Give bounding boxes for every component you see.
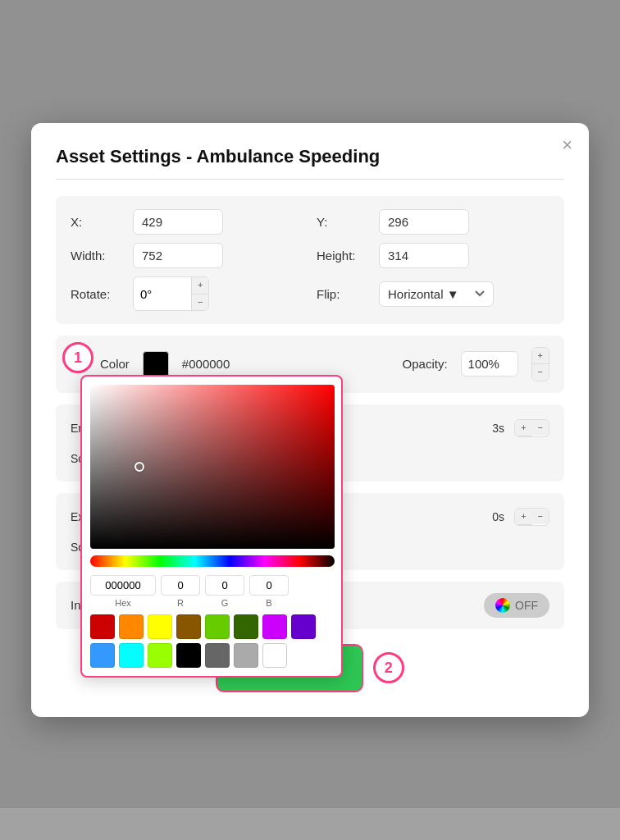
b-input[interactable] [249,575,289,596]
invert-toggle-label: OFF [515,599,538,612]
opacity-label: Opacity: [403,357,448,371]
x-input[interactable] [133,209,223,235]
invert-toggle[interactable]: OFF [484,593,549,618]
swatches-row-1 [90,614,333,639]
rotate-label: Rotate: [71,287,120,301]
color-picker-popup: Hex R G B [80,375,343,678]
swatch-dark-gray[interactable] [205,643,230,668]
g-input[interactable] [205,575,244,596]
swatch-yellow[interactable] [148,614,172,639]
swatch-black[interactable] [176,643,201,668]
rotate-decrement-button[interactable]: − [192,294,208,310]
r-label: R [177,598,184,608]
enter-duration-value: 3s [492,422,504,435]
exit-duration-value: 0s [492,510,504,523]
swatch-cyan[interactable] [119,643,144,668]
modal-overlay: × Asset Settings - Ambulance Speeding X:… [0,0,620,840]
swatch-red[interactable] [90,614,115,639]
color-label: Color [100,357,130,371]
modal-dialog: × Asset Settings - Ambulance Speeding X:… [31,123,589,717]
color-hex-value: #000000 [182,357,230,371]
y-input[interactable] [379,209,469,235]
modal-title: Asset Settings - Ambulance Speeding [56,146,564,180]
color-swatch[interactable] [143,351,169,377]
opacity-decrement-button[interactable]: − [532,364,549,380]
swatch-light-green[interactable] [205,614,230,639]
r-input[interactable] [161,575,200,596]
x-label: X: [71,215,120,229]
swatch-light-gray[interactable] [234,643,258,668]
swatch-dark-purple[interactable] [291,614,316,639]
opacity-increment-button[interactable]: + [532,348,549,364]
flip-select[interactable]: Horizontal ▼ Vertical None [379,281,494,307]
invert-icon [495,598,510,613]
width-label: Width: [71,249,120,262]
height-input[interactable] [379,243,469,268]
enter-duration-stepper: + − [514,419,549,437]
swatch-white[interactable] [262,643,287,668]
color-swatches [90,614,333,668]
swatch-blue[interactable] [90,643,115,668]
position-section: X: Y: Width: Height: [56,196,564,324]
rotate-stepper: + − [133,276,209,311]
opacity-stepper: + − [531,347,549,381]
color-section: 1 Color #000000 Opacity: + − [56,336,564,393]
apply-badge-2: 2 [373,652,404,683]
height-label: Height: [317,249,366,262]
swatch-purple[interactable] [262,614,287,639]
swatch-lime[interactable] [148,643,172,668]
exit-duration-stepper: + − [514,508,549,526]
color-gradient-canvas[interactable] [90,385,335,549]
swatches-row-2 [90,643,333,668]
flip-label: Flip: [317,287,366,301]
b-label: B [266,598,271,608]
hex-input[interactable] [90,575,156,596]
hex-label: Hex [115,598,131,608]
color-badge-1: 1 [62,342,93,373]
width-input[interactable] [133,243,223,268]
exit-duration-decrement[interactable]: − [532,509,549,524]
opacity-input[interactable] [461,351,518,377]
swatch-orange[interactable] [119,614,144,639]
y-label: Y: [317,215,366,229]
swatch-dark-green[interactable] [234,614,258,639]
rotate-increment-button[interactable]: + [192,277,208,294]
g-label: G [221,598,229,608]
swatch-brown[interactable] [176,614,201,639]
enter-duration-increment[interactable]: + [515,420,531,436]
rotate-input[interactable] [134,282,191,306]
picker-cursor[interactable] [134,462,144,472]
close-button[interactable]: × [562,136,572,154]
rgba-inputs: Hex R G B [90,575,333,608]
hue-slider[interactable] [90,555,335,567]
enter-duration-decrement[interactable]: − [532,420,549,436]
exit-duration-increment[interactable]: + [515,509,531,525]
